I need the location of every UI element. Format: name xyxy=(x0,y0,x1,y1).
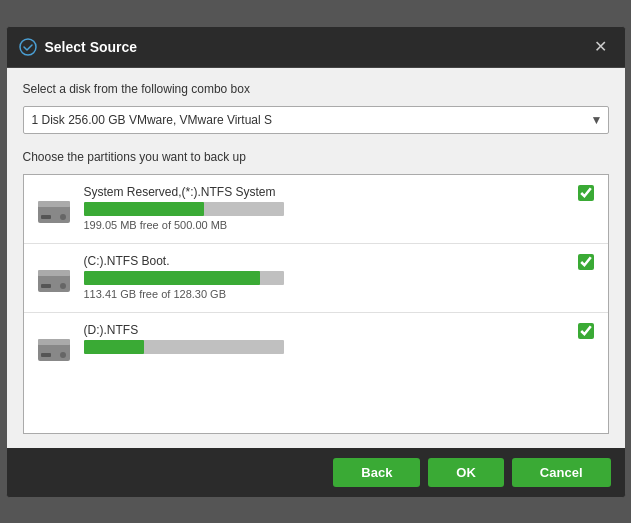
partition-list: System Reserved,(*:).NTFS System199.05 M… xyxy=(23,174,609,434)
partition-progress-fill xyxy=(84,271,260,285)
partition-progress-bg xyxy=(84,271,284,285)
svg-rect-7 xyxy=(41,284,51,288)
dialog-title: Select Source xyxy=(45,39,581,55)
dialog-icon xyxy=(19,38,37,56)
svg-rect-9 xyxy=(38,343,70,361)
back-button[interactable]: Back xyxy=(333,458,420,487)
svg-rect-1 xyxy=(38,205,70,223)
disk-dropdown[interactable]: 1 Disk 256.00 GB VMware, VMware Virtual … xyxy=(23,106,609,134)
svg-rect-5 xyxy=(38,274,70,292)
disk-drive-icon xyxy=(34,331,74,371)
select-source-dialog: Select Source ✕ Select a disk from the f… xyxy=(6,26,626,498)
partition-checkbox[interactable] xyxy=(578,323,594,339)
svg-point-4 xyxy=(60,214,66,220)
svg-point-8 xyxy=(60,283,66,289)
disk-drive-icon xyxy=(34,193,74,233)
partition-name: System Reserved,(*:).NTFS System xyxy=(84,185,596,199)
partition-checkbox[interactable] xyxy=(578,185,594,201)
partition-free-space: 199.05 MB free of 500.00 MB xyxy=(84,219,596,231)
partition-info: System Reserved,(*:).NTFS System199.05 M… xyxy=(84,185,596,231)
partition-name: (D:).NTFS xyxy=(84,323,596,337)
partition-checkbox[interactable] xyxy=(578,254,594,270)
svg-point-0 xyxy=(20,39,36,55)
partition-free-space: 113.41 GB free of 128.30 GB xyxy=(84,288,596,300)
partition-info: (D:).NTFS xyxy=(84,323,596,354)
partition-item: (D:).NTFS xyxy=(24,313,608,381)
partition-info: (C:).NTFS Boot.113.41 GB free of 128.30 … xyxy=(84,254,596,300)
close-button[interactable]: ✕ xyxy=(589,35,613,59)
dialog-body: Select a disk from the following combo b… xyxy=(7,68,625,448)
title-bar: Select Source ✕ xyxy=(7,27,625,68)
svg-rect-11 xyxy=(41,353,51,357)
partition-name: (C:).NTFS Boot. xyxy=(84,254,596,268)
svg-rect-2 xyxy=(38,201,70,207)
partition-progress-bg xyxy=(84,340,284,354)
partition-progress-bg xyxy=(84,202,284,216)
dialog-footer: Back OK Cancel xyxy=(7,448,625,497)
svg-rect-6 xyxy=(38,270,70,276)
partition-item: System Reserved,(*:).NTFS System199.05 M… xyxy=(24,175,608,244)
svg-point-12 xyxy=(60,352,66,358)
disk-label: Select a disk from the following combo b… xyxy=(23,82,609,96)
disk-dropdown-container: 1 Disk 256.00 GB VMware, VMware Virtual … xyxy=(23,106,609,134)
disk-drive-icon xyxy=(34,262,74,302)
partition-progress-fill xyxy=(84,340,144,354)
svg-rect-10 xyxy=(38,339,70,345)
partition-item: (C:).NTFS Boot.113.41 GB free of 128.30 … xyxy=(24,244,608,313)
ok-button[interactable]: OK xyxy=(428,458,504,487)
partition-label: Choose the partitions you want to back u… xyxy=(23,150,609,164)
cancel-button[interactable]: Cancel xyxy=(512,458,611,487)
partition-progress-fill xyxy=(84,202,204,216)
svg-rect-3 xyxy=(41,215,51,219)
